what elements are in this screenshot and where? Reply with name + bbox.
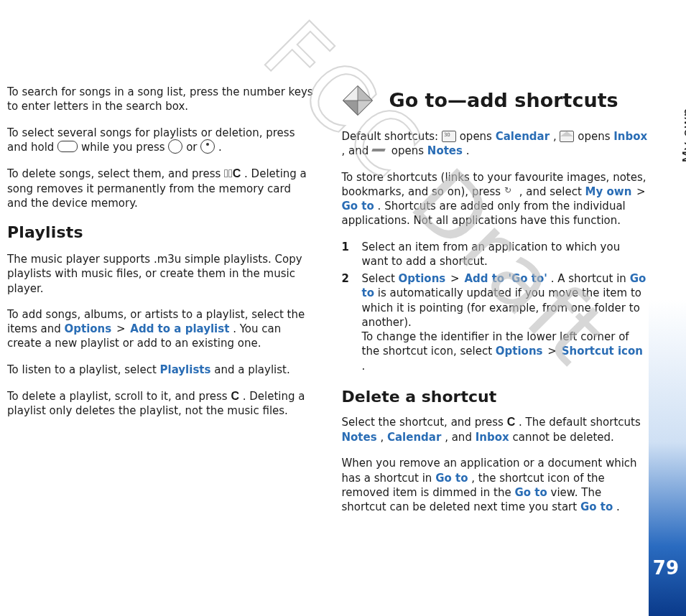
link-my-own: My own <box>585 185 632 198</box>
step-text: Select Options > Add to 'Go to' . A shor… <box>362 271 649 373</box>
step-number: 1 <box>342 240 352 269</box>
link-playlists: Playlists <box>160 363 211 376</box>
para-listen: To listen to a playlist, select Playlist… <box>7 363 315 377</box>
section-tab-label: My own <box>679 108 686 163</box>
link-calendar: Calendar <box>387 431 441 444</box>
para-add-to-playlist: To add songs, albums, or artists to a pl… <box>7 307 315 351</box>
steps-list: 1 Select an item from an application to … <box>342 240 649 373</box>
notes-icon <box>372 147 388 154</box>
right-column: Go to—add shortcuts Default shortcuts: o… <box>342 85 649 526</box>
step-2: 2 Select Options > Add to 'Go to' . A sh… <box>342 271 649 373</box>
link-go-to: Go to <box>435 472 468 485</box>
link-notes: Notes <box>342 431 377 444</box>
svg-marker-3 <box>343 101 358 115</box>
link-go-to: Go to <box>514 486 547 499</box>
clear-key-icon: �⃠ <box>224 166 233 182</box>
right-rail: My own 79 <box>649 0 686 616</box>
manual-page: FCC Draft To search for songs in a song … <box>0 0 686 616</box>
svg-marker-4 <box>358 101 372 115</box>
para-store-shortcuts: To store shortcuts (links to your favour… <box>342 170 649 228</box>
clear-key-c: C <box>233 166 241 182</box>
link-options: Options <box>496 345 543 358</box>
link-options: Options <box>64 322 111 335</box>
link-go-to: Go to <box>342 200 374 213</box>
pencil-key-icon <box>57 141 78 152</box>
heading-delete-shortcut: Delete a shortcut <box>342 386 649 408</box>
link-shortcut-icon: Shortcut icon <box>562 345 643 358</box>
para-remove-app: When you remove an application or a docu… <box>342 456 649 514</box>
joystick-key-icon <box>200 139 215 154</box>
link-inbox: Inbox <box>476 431 509 444</box>
step-text: Select an item from an application to wh… <box>362 240 649 269</box>
link-calendar: Calendar <box>496 130 550 143</box>
para-default-shortcuts: Default shortcuts: opens Calendar , open… <box>342 129 649 159</box>
para-search: To search for songs in a song list, pres… <box>7 85 315 114</box>
calendar-icon <box>442 131 456 142</box>
step-number: 2 <box>342 271 352 373</box>
section-header-goto: Go to—add shortcuts <box>342 85 649 116</box>
left-column: To search for songs in a song list, pres… <box>0 85 315 526</box>
svg-marker-2 <box>343 86 358 101</box>
diamond-icon <box>342 85 374 116</box>
para-delete-songs: To delete songs, select them, and press … <box>7 166 315 210</box>
inbox-icon <box>560 131 574 142</box>
para-delete-playlist: To delete a playlist, scroll to it, and … <box>7 388 315 419</box>
heading-goto: Go to—add shortcuts <box>389 88 618 113</box>
svg-marker-1 <box>358 86 372 101</box>
clear-key-c-2: C <box>231 388 239 404</box>
link-notes: Notes <box>427 144 463 157</box>
content-columns: To search for songs in a song list, pres… <box>0 0 686 554</box>
link-add-to-playlist: Add to a playlist <box>130 322 229 335</box>
para-delete-shortcut: Select the shortcut, and press C . The d… <box>342 414 649 444</box>
link-add-to-goto: Add to 'Go to' <box>464 272 547 285</box>
link-options: Options <box>399 272 446 285</box>
heading-playlists: Playlists <box>7 222 315 243</box>
menu-key-icon <box>504 187 516 195</box>
para-m3u: The music player supports .m3u simple pl… <box>7 252 315 296</box>
step-1: 1 Select an item from an application to … <box>342 240 649 269</box>
para-select-multi: To select several songs for playlists or… <box>7 126 315 155</box>
link-go-to: Go to <box>580 500 613 513</box>
scroll-key-icon <box>168 139 182 154</box>
page-number: 79 <box>653 557 679 579</box>
clear-key-c-3: C <box>507 414 516 430</box>
link-inbox: Inbox <box>613 130 647 143</box>
